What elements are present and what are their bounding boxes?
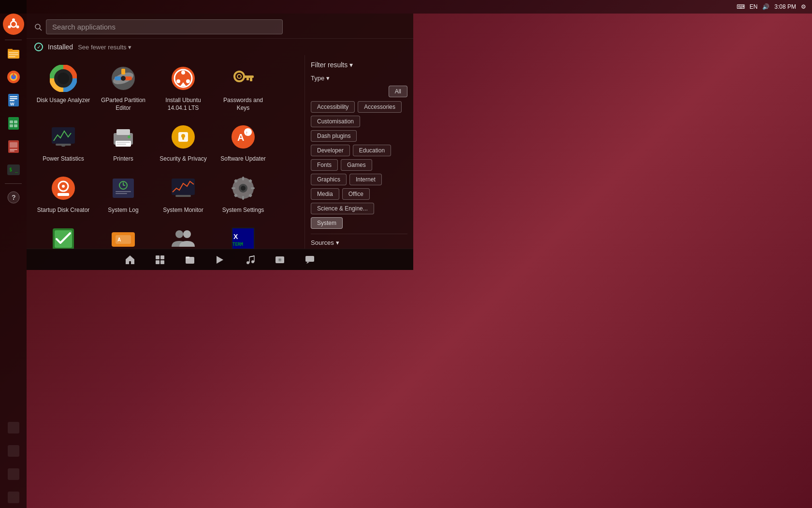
dock-item-libreoffice-writer[interactable]: W xyxy=(3,90,24,111)
filter-office[interactable]: Office xyxy=(342,188,370,200)
nav-photos[interactable] xyxy=(275,254,285,265)
filter-education[interactable]: Education xyxy=(353,145,391,156)
svg-text:↑: ↑ xyxy=(246,130,248,135)
app-passwords-label: Passwords and Keys xyxy=(216,97,270,112)
svg-point-102 xyxy=(183,230,191,238)
installed-bar: ✓ Installed See fewer results ▾ xyxy=(27,39,413,55)
svg-point-49 xyxy=(176,79,180,83)
writer-icon: W xyxy=(6,92,21,108)
svg-rect-26 xyxy=(10,150,14,151)
type-all-button[interactable]: All xyxy=(389,86,407,97)
app-gparted[interactable]: GParted Partition Editor xyxy=(94,59,152,116)
filter-games[interactable]: Games xyxy=(341,159,372,171)
app-system-settings[interactable]: System Settings xyxy=(214,169,272,218)
app-printers-label: Printers xyxy=(113,155,133,163)
home-icon xyxy=(125,254,135,265)
svg-rect-22 xyxy=(14,124,17,127)
disk-usage-icon xyxy=(48,63,79,94)
app-todo[interactable] xyxy=(34,220,92,249)
filter-fonts[interactable]: Fonts xyxy=(311,159,338,171)
filter-divider xyxy=(311,234,407,234)
filter-graphics[interactable]: Graphics xyxy=(311,174,347,185)
app-software-updater[interactable]: A ↑ Software Updater xyxy=(214,118,272,167)
filter-customisation[interactable]: Customisation xyxy=(311,116,360,127)
system-settings-icon xyxy=(228,173,259,204)
nav-apps[interactable] xyxy=(155,254,165,265)
app-startup-disk[interactable]: Startup Disk Creator xyxy=(34,169,92,218)
app-system-log[interactable]: System Log xyxy=(94,169,152,218)
volume-indicator[interactable]: 🔊 xyxy=(762,3,769,10)
svg-point-64 xyxy=(128,135,130,138)
filter-chevron-icon: ▾ xyxy=(349,61,353,69)
svg-rect-52 xyxy=(243,75,254,78)
svg-point-87 xyxy=(241,186,246,191)
dock-item-libreoffice-calc[interactable] xyxy=(3,113,24,134)
dock-item-files[interactable] xyxy=(3,43,24,64)
svg-rect-76 xyxy=(58,193,69,196)
type-filter-row-6: Media Office xyxy=(311,188,407,200)
keyboard-indicator[interactable]: ⌨ xyxy=(737,3,745,10)
nav-video[interactable] xyxy=(215,254,225,265)
software-updater-icon: A ↑ xyxy=(228,121,259,152)
app-passwords-keys[interactable]: Passwords and Keys xyxy=(214,59,272,116)
nav-home[interactable] xyxy=(125,254,135,265)
dock-item-bottom4[interactable] xyxy=(3,487,24,508)
dock-item-help[interactable]: ? xyxy=(3,187,24,208)
filter-accessibility[interactable]: Accessibility xyxy=(311,101,355,113)
filter-accessories[interactable]: Accessories xyxy=(358,101,402,113)
dock-item-ubuntu[interactable] xyxy=(3,14,24,35)
svg-rect-113 xyxy=(186,256,189,258)
app-gparted-label: GParted Partition Editor xyxy=(96,97,150,112)
app-install-ubuntu-label: Install Ubuntu 14.04.1 LTS xyxy=(156,97,210,112)
svg-line-36 xyxy=(40,29,42,30)
apps-icon xyxy=(155,254,165,265)
filter-system[interactable]: System xyxy=(311,217,343,229)
svg-rect-105 xyxy=(232,228,254,232)
firefox-icon xyxy=(6,69,21,85)
dock-item-libreoffice-impress[interactable] xyxy=(3,136,24,157)
app-app-manager[interactable]: A xyxy=(94,220,152,249)
dock-divider-top xyxy=(5,40,22,40)
svg-rect-8 xyxy=(9,54,18,55)
filter-media[interactable]: Media xyxy=(311,188,339,200)
installed-check-icon: ✓ xyxy=(34,43,43,51)
dock-item-bottom1[interactable] xyxy=(3,417,24,438)
files-icon xyxy=(6,46,21,61)
app-power-statistics[interactable]: Power Statistics xyxy=(34,118,92,167)
search-input[interactable] xyxy=(46,19,283,34)
app-users[interactable] xyxy=(154,220,212,249)
svg-point-47 xyxy=(181,71,185,75)
app-software-updater-label: Software Updater xyxy=(220,155,265,163)
system-settings-indicator[interactable]: ⚙ xyxy=(801,3,806,10)
filter-results-header[interactable]: Filter results ▾ xyxy=(311,61,407,69)
app-xterm[interactable]: X TERM XTerm xyxy=(214,220,272,249)
apps-area: Disk Usage Analyzer GParted Parti xyxy=(27,55,304,249)
language-indicator[interactable]: EN xyxy=(750,3,758,10)
filter-dash-plugins[interactable]: Dash plugins xyxy=(311,130,357,142)
app-system-monitor[interactable]: System Monitor xyxy=(154,169,212,218)
filter-developer[interactable]: Developer xyxy=(311,145,350,156)
app-launcher: ✓ Installed See fewer results ▾ xyxy=(27,14,413,270)
dock-item-terminal[interactable]: $ _ xyxy=(3,159,24,180)
filter-science[interactable]: Science & Engine... xyxy=(311,203,374,214)
svg-point-101 xyxy=(175,230,183,238)
nav-messages[interactable] xyxy=(304,254,315,265)
see-fewer-button[interactable]: See fewer results ▾ xyxy=(78,44,131,51)
passwords-keys-icon xyxy=(228,63,259,94)
app-install-ubuntu[interactable]: Install Ubuntu 14.04.1 LTS xyxy=(154,59,212,116)
filter-internet[interactable]: Internet xyxy=(349,174,382,185)
nav-music[interactable] xyxy=(245,254,255,265)
nav-files[interactable] xyxy=(185,254,195,265)
settings-icon: ⚙ xyxy=(801,3,806,10)
launcher-body: Disk Usage Analyzer GParted Parti xyxy=(27,55,413,249)
music-icon xyxy=(245,254,255,265)
app-disk-usage[interactable]: Disk Usage Analyzer xyxy=(34,59,92,116)
dock-item-bottom2[interactable] xyxy=(3,440,24,462)
svg-rect-25 xyxy=(10,149,17,150)
application-dock: W $ _ ? xyxy=(0,0,27,508)
app-security-privacy[interactable]: Security & Privacy xyxy=(154,118,212,167)
app-printers[interactable]: Printers xyxy=(94,118,152,167)
help-icon: ? xyxy=(7,191,20,204)
dock-item-bottom3[interactable] xyxy=(3,463,24,485)
dock-item-firefox[interactable] xyxy=(3,66,24,88)
